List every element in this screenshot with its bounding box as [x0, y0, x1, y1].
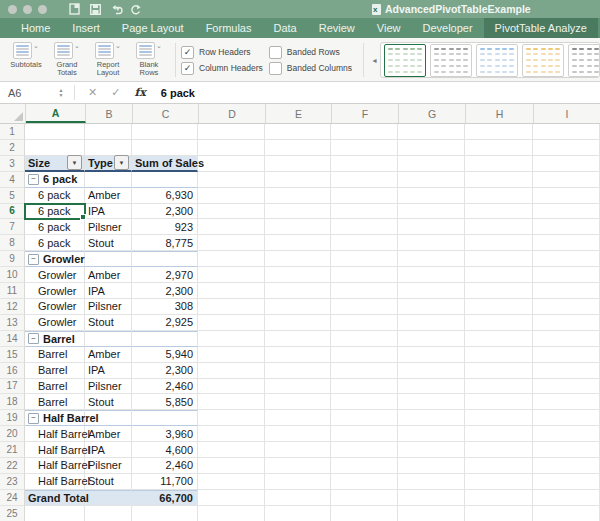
- cell-A4[interactable]: −6 pack: [25, 172, 85, 188]
- cell-G12[interactable]: [398, 299, 465, 315]
- cell-I12[interactable]: [533, 299, 600, 315]
- cell-E12[interactable]: [265, 299, 331, 315]
- save-icon[interactable]: [90, 4, 101, 15]
- cell-D5[interactable]: [198, 188, 265, 204]
- cell-D8[interactable]: [198, 235, 265, 251]
- cell-C16[interactable]: 2,300: [132, 363, 198, 379]
- cell-E21[interactable]: [265, 442, 331, 458]
- cell-F9[interactable]: [331, 251, 398, 267]
- cell-G15[interactable]: [398, 347, 465, 363]
- cell-F18[interactable]: [331, 394, 398, 410]
- cell-G22[interactable]: [398, 458, 465, 474]
- cell-A13[interactable]: Growler: [25, 315, 85, 331]
- cell-B11[interactable]: IPA: [85, 283, 132, 299]
- row-header-6[interactable]: 6: [0, 204, 25, 220]
- row-header-11[interactable]: 11: [0, 283, 25, 299]
- cell-I14[interactable]: [533, 331, 600, 347]
- row-header-25[interactable]: 25: [0, 506, 25, 521]
- cell-A12[interactable]: Growler: [25, 299, 85, 315]
- cell-I15[interactable]: [533, 347, 600, 363]
- cell-D14[interactable]: [198, 331, 265, 347]
- row-header-4[interactable]: 4: [0, 172, 25, 188]
- new-workbook-icon[interactable]: [69, 3, 80, 15]
- cell-G6[interactable]: [398, 204, 465, 220]
- checkbox-row-headers[interactable]: ✓Row Headers: [181, 46, 263, 59]
- cell-C12[interactable]: 308: [132, 299, 198, 315]
- cell-H22[interactable]: [465, 458, 533, 474]
- filter-dropdown-button[interactable]: ▼: [67, 155, 82, 170]
- insert-function-button[interactable]: fx: [127, 82, 152, 103]
- cell-E15[interactable]: [265, 347, 331, 363]
- cell-B21[interactable]: IPA: [85, 442, 132, 458]
- cell-D18[interactable]: [198, 394, 265, 410]
- cell-C11[interactable]: 2,300: [132, 283, 198, 299]
- row-header-1[interactable]: 1: [0, 124, 25, 140]
- zoom-button[interactable]: [38, 5, 47, 14]
- row-header-19[interactable]: 19: [0, 410, 25, 426]
- cell-B6[interactable]: IPA: [85, 204, 132, 220]
- cell-D11[interactable]: [198, 283, 265, 299]
- cell-H20[interactable]: [465, 426, 533, 442]
- cell-G20[interactable]: [398, 426, 465, 442]
- pivot-style-light-blue[interactable]: [476, 44, 518, 77]
- cell-I11[interactable]: [533, 283, 600, 299]
- collapse-group-button[interactable]: −: [28, 254, 39, 265]
- cell-I1[interactable]: [533, 124, 600, 140]
- cell-D19[interactable]: [198, 410, 265, 426]
- cell-F23[interactable]: [331, 474, 398, 490]
- cell-H4[interactable]: [465, 172, 533, 188]
- cell-B20[interactable]: Amber: [85, 426, 132, 442]
- row-header-7[interactable]: 7: [0, 219, 25, 235]
- cell-A3[interactable]: Size▼: [25, 156, 85, 172]
- cell-F4[interactable]: [331, 172, 398, 188]
- cell-G7[interactable]: [398, 219, 465, 235]
- cell-B23[interactable]: Stout: [85, 474, 132, 490]
- report-layout-button[interactable]: ⌄Report Layout: [88, 41, 128, 79]
- cell-F24[interactable]: [331, 490, 398, 506]
- cell-F21[interactable]: [331, 442, 398, 458]
- cell-E19[interactable]: [265, 410, 331, 426]
- tab-review[interactable]: Review: [308, 18, 366, 38]
- cell-D20[interactable]: [198, 426, 265, 442]
- grand-totals-button[interactable]: ⌄Grand Totals: [47, 41, 87, 79]
- cell-F25[interactable]: [331, 506, 398, 521]
- pivot-style-light-orange[interactable]: [522, 44, 564, 77]
- cell-E25[interactable]: [265, 506, 331, 521]
- cell-D13[interactable]: [198, 315, 265, 331]
- row-header-3[interactable]: 3: [0, 156, 25, 172]
- row-header-2[interactable]: 2: [0, 140, 25, 156]
- cell-F2[interactable]: [331, 140, 398, 156]
- cell-H3[interactable]: [465, 156, 533, 172]
- column-header-A[interactable]: A: [26, 104, 86, 123]
- cell-H16[interactable]: [465, 363, 533, 379]
- cell-D25[interactable]: [198, 506, 265, 521]
- cell-E22[interactable]: [265, 458, 331, 474]
- cell-H6[interactable]: [465, 204, 533, 220]
- pivot-style-light-gray[interactable]: [430, 44, 472, 77]
- cell-A2[interactable]: [25, 140, 85, 156]
- row-header-16[interactable]: 16: [0, 363, 25, 379]
- cell-B22[interactable]: Pilsner: [85, 458, 132, 474]
- cell-E4[interactable]: [265, 172, 331, 188]
- column-header-B[interactable]: B: [86, 104, 133, 123]
- cell-H10[interactable]: [465, 267, 533, 283]
- cell-D3[interactable]: [198, 156, 265, 172]
- pivot-style-light-green[interactable]: [384, 44, 426, 77]
- cell-A16[interactable]: Barrel: [25, 363, 85, 379]
- cell-H14[interactable]: [465, 331, 533, 347]
- cell-G25[interactable]: [398, 506, 465, 521]
- cell-A25[interactable]: [25, 506, 85, 521]
- row-header-10[interactable]: 10: [0, 267, 25, 283]
- cell-I23[interactable]: [533, 474, 600, 490]
- column-header-H[interactable]: H: [466, 104, 534, 123]
- redo-icon[interactable]: [130, 4, 141, 15]
- tab-insert[interactable]: Insert: [61, 18, 111, 38]
- cell-E20[interactable]: [265, 426, 331, 442]
- cell-H18[interactable]: [465, 394, 533, 410]
- cell-E8[interactable]: [265, 235, 331, 251]
- cell-B17[interactable]: Pilsner: [85, 379, 132, 395]
- cell-A17[interactable]: Barrel: [25, 379, 85, 395]
- cell-C19[interactable]: [132, 410, 198, 426]
- pivot-style-medium-gray[interactable]: [568, 44, 600, 77]
- cell-I10[interactable]: [533, 267, 600, 283]
